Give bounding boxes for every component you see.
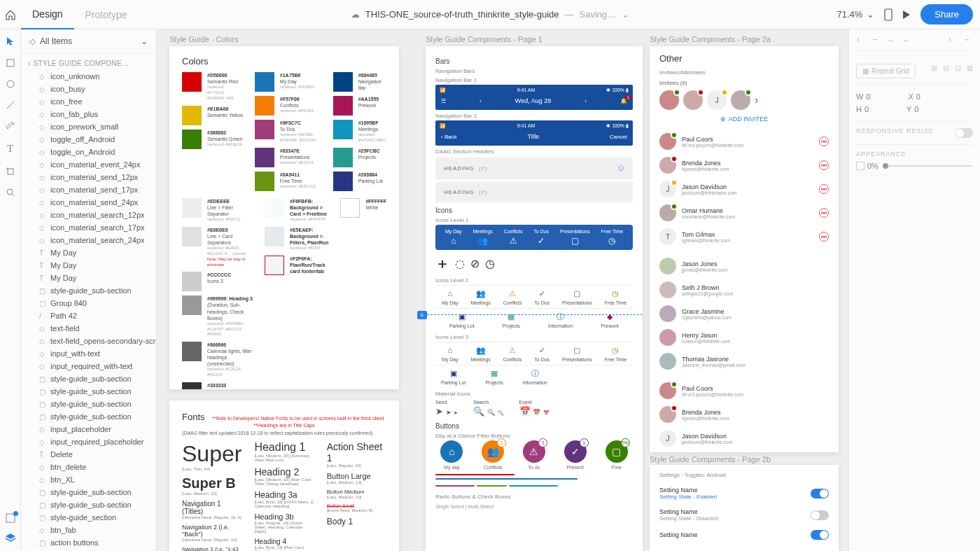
- ellipse-tool[interactable]: [6, 80, 15, 88]
- layer-item[interactable]: ▢style-guide_sub-section: [21, 372, 156, 385]
- x-input[interactable]: [916, 92, 944, 101]
- assets-icon[interactable]: [6, 513, 15, 523]
- artboard-tool[interactable]: [6, 167, 15, 176]
- filter-button[interactable]: ⚠3: [523, 440, 545, 463]
- person-row[interactable]: Thomas JasroneJasrone_thomas@gmail.com: [659, 349, 829, 373]
- layer-item[interactable]: ◇input_required_placeholder: [21, 435, 156, 448]
- layer-item[interactable]: ▢style-guide_sub-section: [21, 398, 156, 410]
- person-row[interactable]: Jason Jonesjjones@thinkrite.com: [659, 254, 829, 278]
- artboard-colors[interactable]: Colors #D50000Semantic Redreplaced: #C71…: [169, 46, 399, 389]
- layer-item[interactable]: ◇input_placeholder: [21, 423, 156, 435]
- person-row[interactable]: JJason Davidsonjavidson@thinkrietre.com: [659, 177, 829, 201]
- layer-filter[interactable]: ◇ All Items ⌄: [21, 29, 156, 54]
- layer-item[interactable]: TDelete: [21, 448, 156, 461]
- person-row[interactable]: Omar Humaneohumane@thinkrite.com: [659, 201, 829, 225]
- layer-item[interactable]: ▢action buttons: [21, 536, 156, 549]
- avatar[interactable]: J: [707, 90, 727, 110]
- layer-item[interactable]: ◇input_with-text: [21, 347, 156, 360]
- play-icon[interactable]: [902, 10, 911, 20]
- person-row[interactable]: JJason Davidsonjavidson@thinkrite.com: [659, 426, 829, 450]
- align-top-icon[interactable]: ⫠: [902, 35, 912, 45]
- layer-item[interactable]: ▢style-guide_section: [21, 511, 156, 524]
- tab-prototype[interactable]: Prototype: [74, 0, 139, 29]
- layer-item[interactable]: TMy Day: [21, 272, 156, 284]
- distribute-v-icon[interactable]: ⫟: [963, 35, 973, 45]
- person-row[interactable]: Paul CoorsItFord.pcoors@thinkrite.com: [659, 379, 829, 403]
- remove-icon[interactable]: [819, 184, 829, 194]
- filter-button[interactable]: ⌂: [440, 440, 463, 463]
- zoom-tool[interactable]: [6, 188, 15, 197]
- person-row[interactable]: Brenda Jonesbjones@thinkrite.com: [659, 153, 829, 177]
- rectangle-tool[interactable]: [6, 59, 15, 67]
- remove-icon[interactable]: [819, 232, 829, 242]
- setting-toggle[interactable]: [811, 510, 829, 520]
- layer-item[interactable]: ◇icon_fab_plus: [21, 108, 156, 120]
- layer-item[interactable]: ◇icon_material_send_12px: [21, 171, 156, 183]
- layer-item[interactable]: ◇btn_XL: [21, 473, 156, 486]
- layer-item[interactable]: /Path 42: [21, 309, 156, 322]
- device-preview-icon[interactable]: [884, 8, 892, 21]
- intersect-icon[interactable]: ⊡: [955, 64, 961, 73]
- layer-item[interactable]: ◇btn_fab: [21, 524, 156, 536]
- layer-group-header[interactable]: ‹STYLE GUIDE COMPONE…: [21, 57, 156, 70]
- layer-item[interactable]: ◇icon_unknown: [21, 70, 156, 83]
- layer-item[interactable]: ◇icon_free: [21, 95, 156, 108]
- artboard-components-1[interactable]: Bars Navigation Bars Navigation Bar 1 📶9…: [426, 46, 643, 551]
- filter-button[interactable]: ✓1: [564, 440, 587, 463]
- remove-icon[interactable]: [819, 160, 829, 170]
- filter-button[interactable]: 👥1: [482, 440, 504, 463]
- remove-icon[interactable]: [819, 137, 829, 146]
- opacity-swatch[interactable]: [856, 162, 864, 170]
- layer-item[interactable]: ◇icon_prework_small: [21, 120, 156, 133]
- layer-item[interactable]: ▢style-guide_sub-section: [21, 498, 156, 511]
- tab-design[interactable]: Design: [21, 0, 74, 29]
- text-tool[interactable]: T: [7, 143, 13, 155]
- person-row[interactable]: Henry JasonhJason@thinkrite.com: [659, 326, 829, 349]
- artboard-page-2b[interactable]: Settings - Toggles: Android Setting Name…: [650, 465, 839, 551]
- avatar[interactable]: [683, 90, 703, 110]
- layer-item[interactable]: ▢style-guide_sub-section: [21, 486, 156, 498]
- setting-toggle[interactable]: [811, 530, 829, 540]
- layer-item[interactable]: ◇input_required_with-text: [21, 360, 156, 372]
- y-input[interactable]: [914, 105, 942, 113]
- exclude-icon[interactable]: ⊠: [967, 64, 973, 73]
- layer-item[interactable]: ▢style-guide_sub-section: [21, 385, 156, 398]
- repeat-grid-button[interactable]: ▦ Repeat Grid: [856, 64, 916, 78]
- layer-item[interactable]: ▢Group 840: [21, 297, 156, 309]
- person-row[interactable]: Seth J Brownsethjas22@google.com: [659, 278, 829, 302]
- align-left-icon[interactable]: ⫞: [856, 35, 866, 45]
- layer-item[interactable]: ◇icon_material_search_12px: [21, 209, 156, 221]
- share-button[interactable]: Share: [920, 4, 973, 25]
- artboard-label[interactable]: Style Guide Components - Page 1: [426, 35, 542, 43]
- avatar[interactable]: [731, 90, 750, 110]
- add-invitee-button[interactable]: ⊕ADD INVITEE: [659, 116, 829, 123]
- layer-item[interactable]: ◇icon_material_search_17px: [21, 221, 156, 234]
- select-tool[interactable]: [6, 36, 15, 46]
- canvas[interactable]: Style Guide - Colors Colors #D50000Seman…: [157, 29, 848, 551]
- height-input[interactable]: [864, 105, 892, 113]
- person-row[interactable]: Grace JasmineGjasmine@yahoo.com: [659, 302, 829, 326]
- artboard-page-2a[interactable]: Other Invitees/Attendees Invitees (8) J›…: [650, 46, 839, 452]
- remove-icon[interactable]: [819, 208, 829, 218]
- zoom-select[interactable]: 71.4%⌄: [836, 9, 874, 20]
- person-row[interactable]: Paul CoorsItFord.pcoors@thinkrite.com: [659, 130, 829, 153]
- layer-item[interactable]: ◇icon_material_event_24px: [21, 158, 156, 171]
- pen-tool[interactable]: [6, 122, 15, 130]
- width-input[interactable]: [866, 92, 894, 101]
- layers-icon[interactable]: [5, 533, 16, 543]
- home-icon[interactable]: [0, 9, 21, 20]
- layer-item[interactable]: ◇toggle_on_Android: [21, 146, 156, 158]
- layer-item[interactable]: TMy Day: [21, 259, 156, 272]
- chevron-down-icon[interactable]: ⌄: [622, 9, 629, 20]
- document-title[interactable]: THIS-ONE_source-of-truth_thinkrite_style…: [365, 9, 559, 20]
- filter-button[interactable]: ▢5%: [606, 440, 628, 463]
- subtract-icon[interactable]: ⊟: [943, 64, 949, 73]
- person-row[interactable]: Brenda Jonesbjones@thinkrite.com: [659, 403, 829, 426]
- layer-item[interactable]: TMy Day: [21, 246, 156, 259]
- align-center-h-icon[interactable]: ⫟: [872, 35, 881, 45]
- align-right-icon[interactable]: ⫠: [887, 35, 897, 45]
- selection-badge[interactable]: ≡: [417, 311, 427, 319]
- chevron-right-icon[interactable]: ›: [755, 94, 758, 106]
- layer-item[interactable]: ◇btn_delete: [21, 461, 156, 473]
- layer-item[interactable]: ◇toggle_off_Android: [21, 133, 156, 146]
